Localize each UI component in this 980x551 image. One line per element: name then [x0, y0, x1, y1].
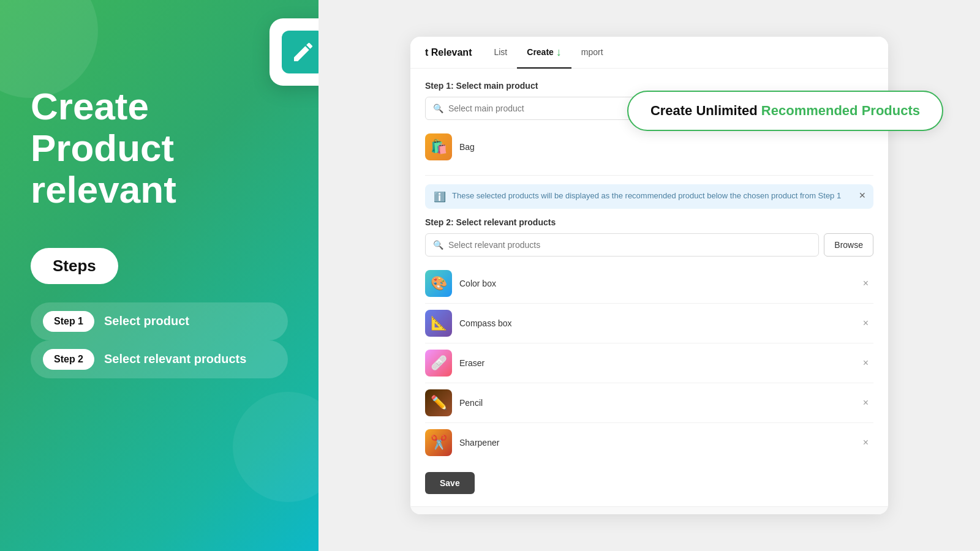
remove-eraser-button[interactable]: ×	[858, 355, 873, 371]
colorbox-name: Color box	[459, 279, 496, 288]
callout-bubble: Create Unlimited Recommended Products	[627, 91, 943, 131]
list-item: ✂️ Sharpener ×	[425, 423, 873, 462]
step1-product-row: 🛍️ Bag	[425, 127, 873, 167]
remove-pencil-button[interactable]: ×	[858, 395, 873, 411]
step2-search-wrap[interactable]: 🔍	[425, 233, 819, 257]
edit-icon	[291, 40, 315, 64]
card-footer: Can we assist you with the setup? Contac…	[410, 506, 888, 514]
list-item: ✏️ Pencil ×	[425, 383, 873, 423]
step-1-item: Step 1 Select product	[31, 302, 288, 340]
bag-icon: 🛍️	[425, 133, 452, 160]
main-title: Create Product relevant	[31, 86, 288, 211]
sharpener-icon: ✂️	[425, 429, 452, 456]
callout-prefix: Create Unlimited	[650, 103, 758, 118]
info-icon: ℹ️	[434, 191, 446, 203]
list-item: 🩹 Eraser ×	[425, 343, 873, 383]
remove-sharpener-button[interactable]: ×	[858, 435, 873, 451]
list-item: 🎨 Color box ×	[425, 264, 873, 304]
remove-colorbox-button[interactable]: ×	[858, 276, 873, 291]
pencil-name: Pencil	[459, 398, 483, 408]
eraser-name: Eraser	[459, 358, 484, 368]
relevant-products-list: 🎨 Color box × 📐 Compass box × 🩹	[425, 264, 873, 462]
step-2-label: Select relevant products	[104, 352, 246, 366]
save-button[interactable]: Save	[425, 472, 475, 494]
step-1-label: Select product	[104, 314, 189, 328]
card-header-title: t Relevant	[425, 47, 472, 58]
tab-import[interactable]: mport	[571, 37, 613, 69]
step2-search-row: 🔍 Browse	[425, 233, 873, 257]
info-text: These selected products will be displaye…	[452, 190, 841, 201]
step1-label: Step 1: Select main product	[425, 81, 873, 91]
eraser-icon: 🩹	[425, 350, 452, 377]
search-icon-2: 🔍	[433, 240, 443, 250]
info-close-button[interactable]: ✕	[859, 190, 866, 200]
step2-browse-button[interactable]: Browse	[824, 233, 873, 257]
pencil-icon: ✏️	[425, 389, 452, 416]
remove-compassbox-button[interactable]: ×	[858, 315, 873, 331]
step2-search-input[interactable]	[448, 240, 811, 250]
card-header: t Relevant List Create ↓ mport	[410, 37, 888, 69]
right-panel: Create Unlimited Recommended Products t …	[318, 0, 980, 551]
step-2-item: Step 2 Select relevant products	[31, 340, 288, 378]
steps-badge: Steps	[31, 248, 118, 284]
app-icon	[282, 31, 318, 73]
step-1-badge: Step 1	[43, 311, 94, 332]
colorbox-icon: 🎨	[425, 270, 452, 297]
compassbox-name: Compass box	[459, 318, 512, 328]
tab-arrow: ↓	[556, 46, 562, 59]
tab-list[interactable]: List	[484, 37, 517, 69]
step-2-badge: Step 2	[43, 349, 94, 370]
left-panel: Create Product relevant Steps Step 1 Sel…	[0, 0, 318, 551]
tab-list: List Create ↓ mport	[484, 37, 612, 68]
step2-label: Step 2: Select relevant products	[425, 217, 873, 227]
sharpener-name: Sharpener	[459, 438, 499, 448]
step-list: Step 1 Select product Step 2 Select rele…	[31, 302, 288, 378]
divider-1	[425, 175, 873, 176]
bag-name: Bag	[459, 142, 475, 152]
card-body: Step 1: Select main product 🔍 Browse 🛍️ …	[410, 69, 888, 506]
compassbox-icon: 📐	[425, 310, 452, 337]
tab-create[interactable]: Create ↓	[517, 37, 571, 69]
search-icon-1: 🔍	[433, 103, 443, 113]
list-item: 📐 Compass box ×	[425, 304, 873, 343]
app-icon-container	[270, 18, 318, 86]
callout-highlight: Recommended Products	[761, 103, 920, 118]
info-banner: ℹ️ These selected products will be displ…	[425, 184, 873, 209]
